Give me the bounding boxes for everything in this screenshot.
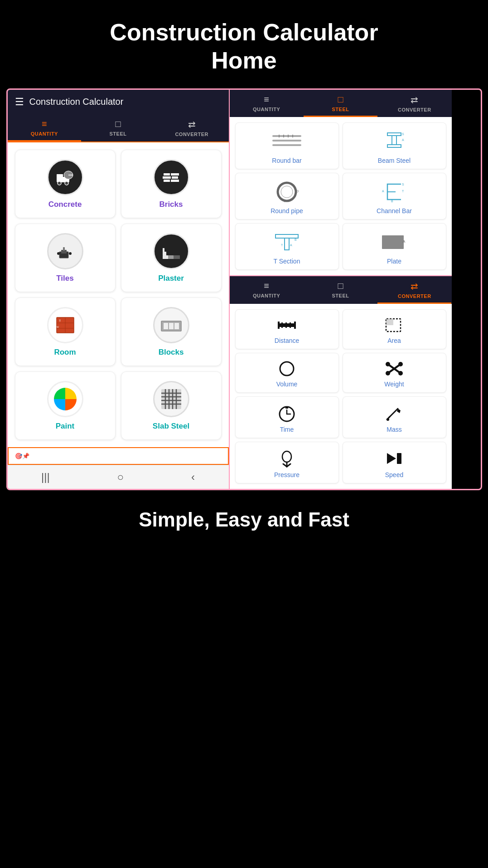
svg-rect-73: [278, 322, 280, 329]
quantity-label-s: QUANTITY: [253, 107, 280, 112]
round-bar-card[interactable]: Round bar: [235, 122, 339, 169]
pressure-card[interactable]: Pressure: [235, 442, 339, 483]
plate-icon: A: [378, 230, 410, 255]
tab-converter-steel[interactable]: ⇄ CONVERTER: [377, 90, 451, 117]
tab-steel-steel[interactable]: □ STEEL: [304, 90, 377, 117]
tab-quantity-steel[interactable]: ≡ QUANTITY: [230, 90, 304, 117]
svg-point-83: [386, 362, 390, 366]
ad-icons: 🎯📌: [15, 453, 29, 459]
distance-label: Distance: [275, 337, 299, 344]
room-icon: T W: [53, 313, 77, 337]
distance-icon: [277, 317, 297, 333]
speed-icon: [384, 449, 404, 468]
channel-bar-card[interactable]: S T A B Channel Bar: [343, 173, 446, 219]
concrete-card[interactable]: Concrete: [15, 150, 116, 218]
blocks-card[interactable]: Blocks: [121, 297, 222, 366]
area-icon: [384, 317, 404, 333]
paint-icon: [53, 387, 77, 411]
tab-converter-left[interactable]: ⇄ CONVERTER: [155, 114, 229, 141]
svg-rect-23: [168, 255, 174, 259]
plaster-icon: [159, 239, 184, 263]
svg-rect-75: [281, 322, 283, 328]
beam-steel-card[interactable]: S A Beam Steel: [343, 122, 446, 169]
arrows-icon: ⇄: [188, 119, 196, 130]
concrete-icon-circle: [47, 159, 83, 195]
svg-rect-21: [163, 252, 166, 255]
svg-point-94: [387, 418, 389, 421]
svg-rect-2: [57, 174, 63, 178]
blocks-label: Blocks: [159, 348, 184, 357]
svg-text:S: S: [402, 132, 404, 136]
channel-bar-icon: S T A B: [378, 180, 410, 205]
svg-text:S: S: [402, 183, 404, 186]
round-pipe-card[interactable]: D T Round pipe: [235, 173, 339, 219]
tab-steel-left[interactable]: □ STEEL: [81, 114, 155, 141]
plaster-icon-circle: [153, 233, 189, 269]
converter-label-s: CONVERTER: [398, 107, 431, 112]
paint-label: Paint: [56, 422, 75, 431]
volume-card[interactable]: Volume: [235, 353, 339, 393]
quantity-label-c: QUANTITY: [253, 293, 280, 298]
tiles-card[interactable]: Tiles: [15, 224, 116, 292]
tab-steel-label: STEEL: [110, 131, 127, 137]
arrows-icon-s: ⇄: [411, 94, 418, 105]
tab-converter-conv[interactable]: ⇄ CONVERTER: [377, 276, 451, 304]
svg-rect-33: [169, 323, 174, 329]
t-section-card[interactable]: B T A T Section: [235, 223, 339, 270]
weight-card[interactable]: Weight: [343, 353, 446, 393]
right-phone: ≡ QUANTITY □ STEEL ⇄ CONVERTER: [230, 90, 452, 489]
time-card[interactable]: Time: [235, 396, 339, 438]
svg-rect-36: [161, 389, 181, 409]
square-icon-s: □: [338, 94, 343, 105]
mass-card[interactable]: Mass: [343, 396, 446, 438]
app-title: Construction Calculator: [29, 97, 124, 107]
quantity-grid: Concrete Bricks: [8, 142, 229, 447]
svg-text:B: B: [391, 200, 393, 203]
plaster-card[interactable]: Plaster: [121, 224, 222, 292]
list-icon-s: ≡: [264, 94, 269, 105]
svg-point-85: [386, 371, 390, 375]
room-card[interactable]: T W Room: [15, 297, 116, 366]
tab-quantity-left[interactable]: ≡ QUANTITY: [8, 114, 82, 141]
phone-header: ☰ Construction Calculator: [8, 90, 229, 114]
tab-quantity-conv[interactable]: ≡ QUANTITY: [230, 276, 304, 304]
beam-steel-label: Beam Steel: [378, 157, 411, 164]
svg-point-17: [69, 252, 72, 255]
t-section-icon: B T A: [271, 230, 303, 255]
volume-icon: [277, 361, 297, 377]
title-text: Construction Calculator Home: [110, 19, 378, 73]
area-card[interactable]: Area: [343, 309, 446, 349]
list-icon: ≡: [42, 119, 47, 129]
svg-point-3: [58, 181, 61, 185]
svg-rect-11: [172, 176, 178, 179]
bricks-card[interactable]: Bricks: [121, 150, 222, 218]
svg-rect-16: [63, 247, 65, 251]
bottom-nav: ||| ○ ‹: [8, 465, 229, 489]
svg-marker-99: [387, 453, 396, 464]
nav-back-icon[interactable]: ‹: [191, 471, 195, 483]
speed-card[interactable]: Speed: [343, 442, 446, 483]
hamburger-icon[interactable]: ☰: [15, 96, 24, 108]
concrete-icon: [53, 165, 77, 190]
round-pipe-label: Round pipe: [271, 207, 303, 215]
svg-point-57: [278, 183, 296, 201]
distance-card[interactable]: Distance: [235, 309, 339, 349]
nav-home-icon[interactable]: ○: [117, 471, 124, 483]
svg-rect-20: [163, 255, 168, 259]
paint-card[interactable]: Paint: [15, 371, 116, 440]
svg-rect-13: [171, 180, 179, 182]
nav-menu-icon[interactable]: |||: [41, 471, 50, 483]
svg-point-4: [65, 181, 68, 185]
phone-container: ☰ Construction Calculator ≡ QUANTITY □ S…: [6, 88, 482, 490]
tab-bar-left: ≡ QUANTITY □ STEEL ⇄ CONVERTER: [8, 114, 229, 142]
svg-rect-79: [386, 319, 393, 325]
slab-steel-card[interactable]: Slab Steel: [121, 371, 222, 440]
tab-quantity-label: QUANTITY: [31, 131, 58, 137]
tab-steel-conv[interactable]: □ STEEL: [304, 276, 377, 304]
converter-label-c: CONVERTER: [398, 293, 431, 299]
svg-rect-54: [387, 145, 401, 147]
channel-bar-label: Channel Bar: [377, 207, 412, 215]
concrete-label: Concrete: [48, 200, 82, 209]
svg-rect-70: [382, 235, 404, 249]
plate-card[interactable]: A Plate: [343, 223, 446, 270]
